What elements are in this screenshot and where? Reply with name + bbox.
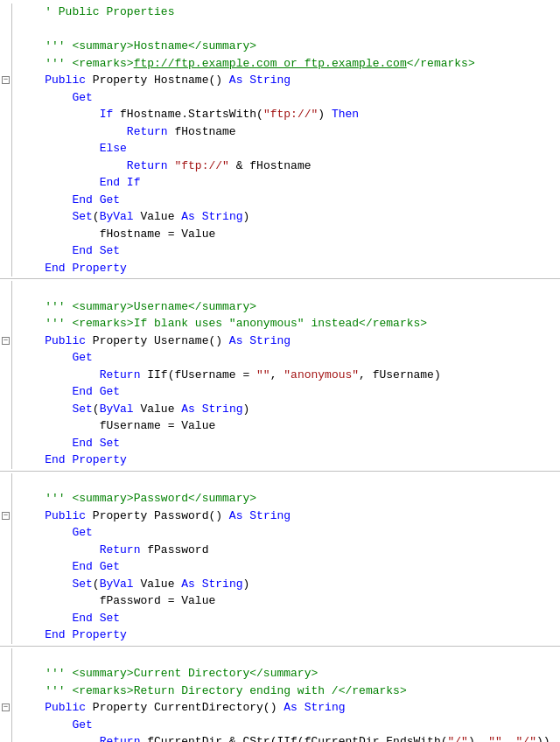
gutter-cell[interactable]	[0, 435, 12, 452]
code-content	[16, 473, 560, 491]
gutter-cell[interactable]	[0, 592, 12, 610]
gutter-cell[interactable]	[0, 158, 12, 175]
code-content: ''' <summary>Current Directory</summary>	[16, 665, 560, 682]
code-line: Get	[0, 524, 560, 542]
gutter-cell[interactable]	[0, 349, 12, 367]
gutter-cell[interactable]	[0, 192, 12, 209]
code-line: End Set	[0, 610, 560, 627]
code-content: fPassword = Value	[16, 592, 560, 610]
collapse-icon[interactable]: −	[2, 512, 10, 520]
code-line: Return "ftp://" & fHostname	[0, 158, 560, 175]
gutter-cell[interactable]	[0, 626, 12, 644]
collapse-icon[interactable]: −	[2, 704, 10, 711]
gutter-cell[interactable]	[0, 55, 12, 73]
code-line	[0, 21, 560, 38]
code-line: − Public Property Hostname() As String	[0, 72, 560, 89]
code-content	[16, 281, 560, 298]
gutter-cell[interactable]	[0, 610, 12, 627]
gutter-cell[interactable]	[0, 123, 12, 141]
code-content: ''' <remarks>Return Directory ending wit…	[16, 682, 560, 700]
gutter-cell[interactable]	[0, 383, 12, 401]
code-content: Return "ftp://" & fHostname	[16, 158, 560, 175]
code-line: ''' <summary>Current Directory</summary>	[0, 665, 560, 682]
code-content: End Set	[16, 242, 560, 260]
code-content: fUsername = Value	[16, 417, 560, 435]
gutter-cell[interactable]	[0, 281, 12, 298]
code-line: End Property	[0, 626, 560, 644]
code-editor: ' Public Properties ''' <summary>Hostnam…	[0, 0, 560, 742]
code-content: End If	[16, 174, 560, 192]
code-line: − Public Property CurrentDirectory() As …	[0, 699, 560, 717]
code-line: If fHostname.StartsWith("ftp://") Then	[0, 106, 560, 123]
gutter-cell[interactable]	[0, 682, 12, 700]
code-line: − Public Property Username() As String	[0, 332, 560, 350]
gutter-cell[interactable]: −	[0, 72, 12, 89]
gutter-cell[interactable]	[0, 665, 12, 682]
gutter-cell[interactable]	[0, 260, 12, 277]
code-content: Public Property Password() As String	[16, 508, 560, 525]
gutter-cell[interactable]	[0, 226, 12, 243]
gutter-cell[interactable]	[0, 542, 12, 559]
code-line: ''' <summary>Username</summary>	[0, 298, 560, 316]
code-content: End Get	[16, 192, 560, 209]
code-content: ''' <remarks>If blank uses "anonymous" i…	[16, 315, 560, 332]
code-content: ' Public Properties	[16, 4, 560, 21]
gutter-cell[interactable]	[0, 473, 12, 491]
code-line: Set(ByVal Value As String)	[0, 576, 560, 593]
gutter-cell[interactable]	[0, 401, 12, 418]
code-line: ''' <remarks>Return Directory ending wit…	[0, 682, 560, 700]
code-content: End Property	[16, 452, 560, 469]
gutter-cell[interactable]	[0, 89, 12, 107]
gutter-cell[interactable]	[0, 38, 12, 55]
gutter-cell[interactable]	[0, 4, 12, 21]
collapse-icon[interactable]: −	[2, 76, 10, 84]
gutter-cell[interactable]	[0, 315, 12, 332]
gutter-cell[interactable]	[0, 21, 12, 38]
gutter-cell[interactable]	[0, 140, 12, 158]
code-content: Return fPassword	[16, 542, 560, 559]
code-content: End Property	[16, 626, 560, 644]
gutter-cell[interactable]	[0, 558, 12, 576]
code-content	[16, 648, 560, 666]
code-line: ''' <remarks>If blank uses "anonymous" i…	[0, 315, 560, 332]
gutter-cell[interactable]	[0, 490, 12, 508]
gutter-cell[interactable]	[0, 417, 12, 435]
gutter-cell[interactable]	[0, 717, 12, 734]
gutter-cell[interactable]: −	[0, 332, 12, 350]
code-content: ''' <summary>Hostname</summary>	[16, 38, 560, 55]
code-line: ''' <remarks>ftp://ftp.example.com or ft…	[0, 55, 560, 73]
section-separator	[0, 471, 560, 472]
gutter-cell[interactable]	[0, 452, 12, 469]
gutter-cell[interactable]	[0, 733, 12, 742]
gutter-cell[interactable]	[0, 106, 12, 123]
gutter-cell[interactable]	[0, 298, 12, 316]
gutter-cell[interactable]	[0, 174, 12, 192]
code-line: End Get	[0, 383, 560, 401]
code-content: Return fCurrentDir & CStr(IIf(fCurrentDi…	[16, 733, 560, 742]
code-content: Public Property Hostname() As String	[16, 72, 560, 89]
gutter-cell[interactable]	[0, 648, 12, 666]
gutter-cell[interactable]: −	[0, 508, 12, 525]
code-line: ' Public Properties	[0, 4, 560, 21]
section-separator	[0, 278, 560, 279]
code-content: End Property	[16, 260, 560, 277]
code-line: Return IIf(fUsername = "", "anonymous", …	[0, 367, 560, 384]
gutter-cell[interactable]	[0, 576, 12, 593]
gutter-cell[interactable]	[0, 208, 12, 226]
gutter-cell[interactable]	[0, 524, 12, 542]
code-line	[0, 281, 560, 298]
code-line: Set(ByVal Value As String)	[0, 401, 560, 418]
gutter-cell[interactable]	[0, 242, 12, 260]
collapse-icon[interactable]: −	[2, 337, 10, 345]
section-separator	[0, 646, 560, 647]
gutter-cell[interactable]	[0, 367, 12, 384]
gutter-cell[interactable]: −	[0, 699, 12, 717]
code-line: Return fCurrentDir & CStr(IIf(fCurrentDi…	[0, 733, 560, 742]
code-line	[0, 473, 560, 491]
code-line: End Set	[0, 435, 560, 452]
code-line: Get	[0, 89, 560, 107]
code-content: Set(ByVal Value As String)	[16, 208, 560, 226]
code-content: ''' <summary>Username</summary>	[16, 298, 560, 316]
code-line: fHostname = Value	[0, 226, 560, 243]
code-line: fPassword = Value	[0, 592, 560, 610]
